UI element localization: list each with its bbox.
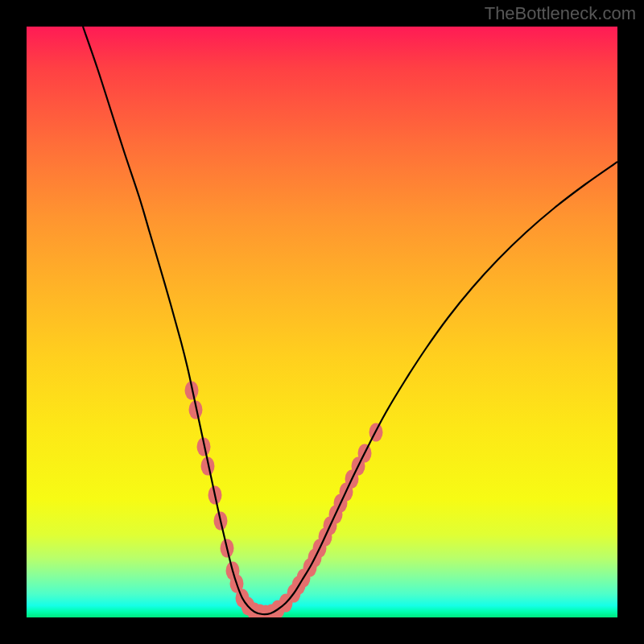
- data-points: [185, 382, 383, 618]
- watermark-text: TheBottleneck.com: [485, 3, 636, 24]
- chart-svg: [27, 27, 617, 617]
- chart-frame: TheBottleneck.com: [0, 0, 644, 644]
- plot-area: [27, 27, 617, 617]
- bottleneck-curve: [83, 27, 617, 614]
